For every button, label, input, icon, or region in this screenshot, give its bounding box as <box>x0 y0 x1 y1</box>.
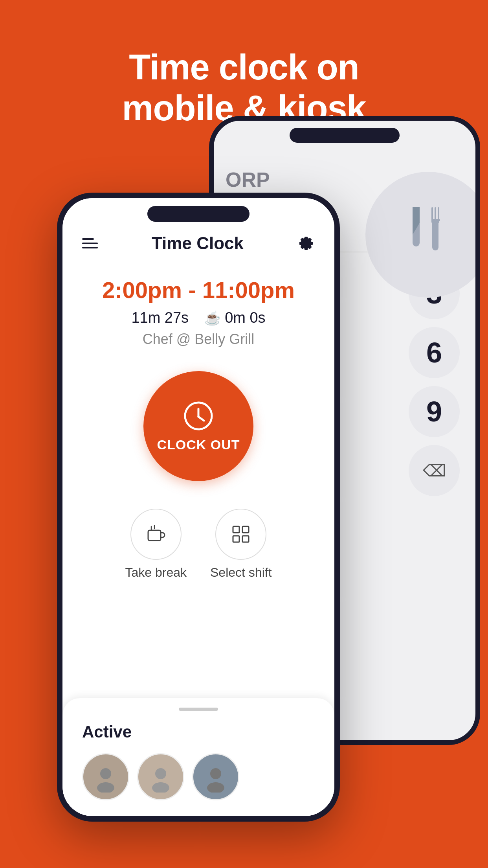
avatars-row <box>82 753 315 800</box>
restaurant-icon <box>389 195 468 274</box>
app-title: Time Clock <box>152 234 244 253</box>
clock-icon <box>183 400 214 432</box>
clock-out-button[interactable]: CLOCK OUT <box>143 371 253 481</box>
svg-point-17 <box>100 768 111 779</box>
select-shift-label: Select shift <box>210 565 272 580</box>
numpad-backspace[interactable]: ⌫ <box>409 445 460 496</box>
break-duration: 0m 0s <box>225 309 265 326</box>
app-header: Time Clock <box>62 234 334 253</box>
break-time: ☕ 0m 0s <box>204 309 265 326</box>
select-shift-button[interactable]: Select shift <box>210 509 272 580</box>
svg-point-22 <box>207 782 224 793</box>
shift-time: 2:00pm - 11:00pm <box>102 277 295 303</box>
settings-icon[interactable] <box>297 234 315 253</box>
svg-rect-16 <box>242 536 249 542</box>
take-break-label: Take break <box>125 565 187 580</box>
svg-rect-2 <box>432 219 438 250</box>
action-row: Take break Select shift <box>125 509 272 580</box>
kiosk-notch <box>290 128 400 143</box>
hamburger-menu[interactable] <box>82 238 98 248</box>
active-section-title: Active <box>82 723 315 741</box>
role-location: Chef @ Belly Grill <box>143 331 255 348</box>
numpad-9[interactable]: 9 <box>409 386 460 437</box>
svg-rect-10 <box>148 530 161 541</box>
mobile-phone-inner: Time Clock 2:00pm - 11:00pm 11m 27s ☕ 0m… <box>62 198 334 816</box>
select-shift-circle <box>215 509 266 560</box>
main-content: 2:00pm - 11:00pm 11m 27s ☕ 0m 0s Chef @ … <box>62 277 334 580</box>
svg-point-20 <box>152 782 169 793</box>
coffee-mug-icon <box>144 522 168 546</box>
svg-point-18 <box>97 782 114 793</box>
avatar-2 <box>137 753 184 800</box>
take-break-circle <box>130 509 182 560</box>
svg-rect-13 <box>233 526 239 533</box>
clock-out-label: CLOCK OUT <box>157 437 240 452</box>
shift-meta: 11m 27s ☕ 0m 0s <box>131 309 265 326</box>
bottom-sheet-handle <box>179 708 218 711</box>
svg-line-9 <box>198 417 204 421</box>
avatar-3 <box>192 753 239 800</box>
gear-icon <box>297 234 315 251</box>
svg-rect-6 <box>431 219 440 221</box>
svg-rect-14 <box>242 526 249 533</box>
mobile-phone: Time Clock 2:00pm - 11:00pm 11m 27s ☕ 0m… <box>57 193 340 822</box>
svg-point-19 <box>155 768 166 779</box>
avatar-1 <box>82 753 129 800</box>
grid-icon <box>229 522 253 546</box>
take-break-button[interactable]: Take break <box>125 509 187 580</box>
bottom-sheet: Active <box>62 698 334 816</box>
coffee-icon: ☕ <box>204 310 221 326</box>
shift-duration: 11m 27s <box>131 309 189 326</box>
numpad-6[interactable]: 6 <box>409 327 460 378</box>
mobile-notch <box>147 206 250 222</box>
svg-rect-15 <box>233 536 239 542</box>
kiosk-company: ORP <box>226 168 270 191</box>
svg-point-21 <box>210 768 221 779</box>
